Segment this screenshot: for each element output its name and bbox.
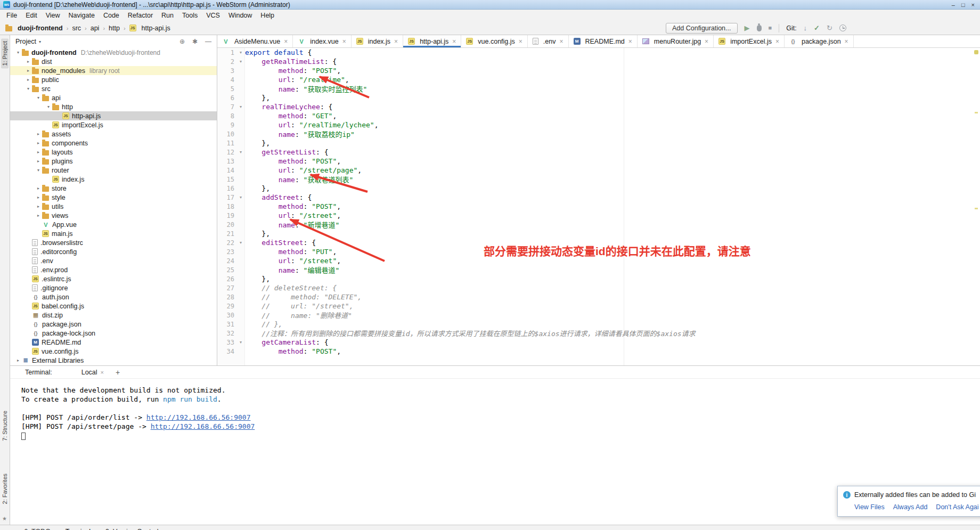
menu-item-help[interactable]: Help xyxy=(256,12,279,19)
notification-action-always-add[interactable]: Always Add xyxy=(893,503,928,511)
code-text[interactable]: // deleteStreet: { xyxy=(245,284,337,292)
line-number[interactable]: 32 xyxy=(217,330,236,337)
code-text[interactable]: realTimeLychee: { xyxy=(245,103,332,111)
line-number[interactable]: 15 xyxy=(217,176,236,183)
code-text[interactable]: url: "/street", xyxy=(245,257,341,265)
line-number[interactable]: 25 xyxy=(217,266,236,274)
tree-item-external-libraries[interactable]: ▸≣External Libraries xyxy=(10,356,217,365)
line-number[interactable]: 29 xyxy=(217,303,236,310)
menu-item-vcs[interactable]: VCS xyxy=(202,12,224,19)
line-number[interactable]: 20 xyxy=(217,221,236,229)
code-text[interactable]: }, xyxy=(245,139,270,147)
line-number[interactable]: 14 xyxy=(217,167,236,174)
tree-item-store[interactable]: ▸store xyxy=(10,184,217,193)
tree-item-plugins[interactable]: ▸plugins xyxy=(10,157,217,166)
stop-icon[interactable]: ■ xyxy=(769,25,772,31)
code-text[interactable]: getCameraList: { xyxy=(245,338,329,346)
tree-item-dist[interactable]: ▸dist xyxy=(10,57,217,66)
menu-item-navigate[interactable]: Navigate xyxy=(64,12,99,19)
tree-item-utils[interactable]: ▸utils xyxy=(10,202,217,211)
code-text[interactable]: }, xyxy=(245,94,270,102)
close-icon[interactable]: × xyxy=(845,38,848,45)
breadcrumb-item-http[interactable]: http xyxy=(109,25,120,32)
tab-vue-config-js[interactable]: JSvue.config.js× xyxy=(461,35,528,47)
terminal-link[interactable]: http://192.168.66.56:9007 xyxy=(146,413,251,421)
tree-item-node-modules[interactable]: ▸node_moduleslibrary root xyxy=(10,66,217,75)
close-icon[interactable]: × xyxy=(705,38,708,45)
code-text[interactable]: name: "新增巷道" xyxy=(245,219,339,230)
code-text[interactable]: export default { xyxy=(245,48,312,56)
line-number[interactable]: 24 xyxy=(217,257,236,265)
tree-item-views[interactable]: ▸views xyxy=(10,211,217,220)
add-configuration-button[interactable]: Add Configuration... xyxy=(666,23,738,34)
chevron-right-icon[interactable]: ▸ xyxy=(14,358,22,363)
chevron-right-icon[interactable]: ▸ xyxy=(24,77,32,82)
close-icon[interactable]: × xyxy=(628,38,632,45)
code-text[interactable]: }, xyxy=(245,230,270,238)
tree-item-http[interactable]: ▾http xyxy=(10,102,217,111)
locate-icon[interactable]: ⊕ xyxy=(179,38,185,45)
tree-item-importexcel-js[interactable]: JSimportExcel.js xyxy=(10,120,217,129)
chevron-down-icon[interactable]: ▾ xyxy=(24,86,32,91)
menu-item-refactor[interactable]: Refactor xyxy=(124,12,157,19)
line-number[interactable]: 8 xyxy=(217,112,236,120)
terminal-output[interactable]: Note that the development build is not o… xyxy=(10,379,980,441)
chevron-down-icon[interactable]: ▾ xyxy=(35,168,42,173)
fold-icon[interactable]: ▾ xyxy=(236,59,245,64)
line-number[interactable]: 17 xyxy=(217,194,236,201)
tree-item-package-json[interactable]: {}package.json xyxy=(10,320,217,329)
error-stripe-mark[interactable] xyxy=(975,208,978,209)
fold-icon[interactable]: ▾ xyxy=(236,150,245,154)
line-number[interactable]: 11 xyxy=(217,140,236,147)
tree-item-babel-config-js[interactable]: JSbabel.config.js xyxy=(10,301,217,311)
code-text[interactable]: // }, xyxy=(245,320,282,328)
menu-item-code[interactable]: Code xyxy=(99,12,124,19)
breadcrumb-item-api[interactable]: api xyxy=(91,25,100,32)
chevron-right-icon[interactable]: ▸ xyxy=(35,195,42,200)
close-icon[interactable]: × xyxy=(452,38,456,45)
tree-item-editorconfig[interactable]: .editorconfig xyxy=(10,247,217,256)
tree-item-http-api-js[interactable]: JShttp-api.js xyxy=(10,111,217,120)
clock-icon[interactable] xyxy=(839,25,846,31)
close-icon[interactable]: × xyxy=(394,38,398,45)
maximize-icon[interactable]: □ xyxy=(961,2,965,8)
tab-importexcel-js[interactable]: JSimportExcel.js× xyxy=(714,35,785,47)
git-commit-icon[interactable]: ✓ xyxy=(814,25,820,31)
line-number[interactable]: 28 xyxy=(217,293,236,301)
project-panel-title[interactable]: Project xyxy=(15,38,36,45)
line-number[interactable]: 23 xyxy=(217,248,236,256)
tab-asidemenu-vue[interactable]: VAsideMenu.vue× xyxy=(217,35,293,47)
chevron-right-icon[interactable]: ▸ xyxy=(35,159,42,164)
tree-item-dist-zip[interactable]: ▦dist.zip xyxy=(10,311,217,320)
tree-item-main-js[interactable]: JSmain.js xyxy=(10,229,217,238)
code-text[interactable]: url: "/realTime", xyxy=(245,76,349,84)
git-update-icon[interactable]: ↓ xyxy=(804,25,807,31)
hide-panel-icon[interactable]: — xyxy=(205,38,211,45)
close-icon[interactable]: × xyxy=(775,38,779,45)
error-stripe-mark[interactable] xyxy=(975,112,978,113)
close-icon[interactable]: × xyxy=(101,369,104,376)
line-number[interactable]: 21 xyxy=(217,230,236,238)
code-text[interactable]: }, xyxy=(245,184,270,192)
line-number[interactable]: 2 xyxy=(217,58,236,66)
line-number[interactable]: 10 xyxy=(217,131,236,138)
fold-icon[interactable]: ▾ xyxy=(236,340,245,345)
close-icon[interactable]: × xyxy=(342,38,346,45)
code-text[interactable]: //注释：所有用到删除的接口都需要拼接变量id，所以请求方式采用了挂载在原型链上… xyxy=(245,328,696,338)
line-number[interactable]: 33 xyxy=(217,339,236,346)
new-terminal-button[interactable]: + xyxy=(116,368,120,377)
line-number[interactable]: 27 xyxy=(217,284,236,292)
error-stripe[interactable] xyxy=(973,48,980,365)
menu-icon[interactable]: ≡ xyxy=(5,528,9,530)
minimize-icon[interactable]: – xyxy=(952,2,955,8)
code-text[interactable]: addStreet: { xyxy=(245,193,312,201)
tree-item-router[interactable]: ▾router xyxy=(10,166,217,175)
code-text[interactable]: url: "/realTime/lychee", xyxy=(245,121,378,129)
line-number[interactable]: 4 xyxy=(217,76,236,84)
code-text[interactable]: name: "获取实时监控列表" xyxy=(245,84,367,94)
stripe-project-button[interactable]: 1: Project xyxy=(1,38,9,68)
code-text[interactable]: method: "POST", xyxy=(245,202,341,210)
tree-item-app-vue[interactable]: VApp.vue xyxy=(10,220,217,229)
tree-item-env[interactable]: .env xyxy=(10,256,217,265)
code-text[interactable]: url: "/street", xyxy=(245,211,341,219)
